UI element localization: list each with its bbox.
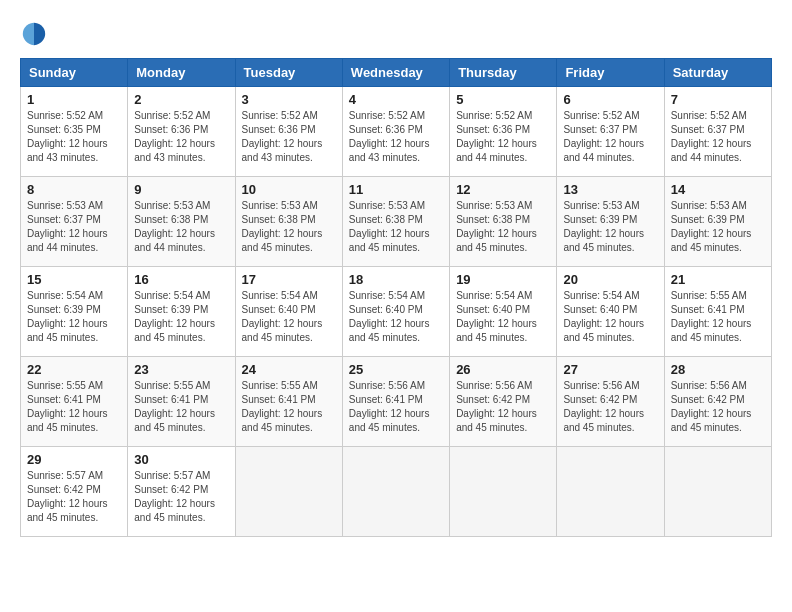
- day-info: Sunrise: 5:54 AM Sunset: 6:39 PM Dayligh…: [27, 290, 108, 343]
- day-info: Sunrise: 5:53 AM Sunset: 6:39 PM Dayligh…: [671, 200, 752, 253]
- header-row: Sunday Monday Tuesday Wednesday Thursday…: [21, 59, 772, 87]
- day-info: Sunrise: 5:52 AM Sunset: 6:36 PM Dayligh…: [242, 110, 323, 163]
- day-number: 5: [456, 92, 550, 107]
- day-number: 23: [134, 362, 228, 377]
- col-thursday: Thursday: [450, 59, 557, 87]
- day-number: 25: [349, 362, 443, 377]
- day-info: Sunrise: 5:56 AM Sunset: 6:41 PM Dayligh…: [349, 380, 430, 433]
- table-row: [557, 447, 664, 537]
- table-row: 26 Sunrise: 5:56 AM Sunset: 6:42 PM Dayl…: [450, 357, 557, 447]
- day-info: Sunrise: 5:55 AM Sunset: 6:41 PM Dayligh…: [27, 380, 108, 433]
- day-info: Sunrise: 5:53 AM Sunset: 6:38 PM Dayligh…: [242, 200, 323, 253]
- day-info: Sunrise: 5:56 AM Sunset: 6:42 PM Dayligh…: [563, 380, 644, 433]
- table-row: 1 Sunrise: 5:52 AM Sunset: 6:35 PM Dayli…: [21, 87, 128, 177]
- day-info: Sunrise: 5:52 AM Sunset: 6:36 PM Dayligh…: [456, 110, 537, 163]
- day-number: 29: [27, 452, 121, 467]
- col-friday: Friday: [557, 59, 664, 87]
- table-row: 28 Sunrise: 5:56 AM Sunset: 6:42 PM Dayl…: [664, 357, 771, 447]
- day-info: Sunrise: 5:54 AM Sunset: 6:40 PM Dayligh…: [456, 290, 537, 343]
- day-info: Sunrise: 5:53 AM Sunset: 6:39 PM Dayligh…: [563, 200, 644, 253]
- day-number: 16: [134, 272, 228, 287]
- day-info: Sunrise: 5:55 AM Sunset: 6:41 PM Dayligh…: [242, 380, 323, 433]
- day-info: Sunrise: 5:54 AM Sunset: 6:40 PM Dayligh…: [242, 290, 323, 343]
- day-number: 20: [563, 272, 657, 287]
- table-row: 23 Sunrise: 5:55 AM Sunset: 6:41 PM Dayl…: [128, 357, 235, 447]
- col-sunday: Sunday: [21, 59, 128, 87]
- day-info: Sunrise: 5:54 AM Sunset: 6:40 PM Dayligh…: [349, 290, 430, 343]
- day-number: 8: [27, 182, 121, 197]
- table-row: [664, 447, 771, 537]
- table-row: [342, 447, 449, 537]
- day-number: 13: [563, 182, 657, 197]
- day-number: 30: [134, 452, 228, 467]
- calendar-row: 15 Sunrise: 5:54 AM Sunset: 6:39 PM Dayl…: [21, 267, 772, 357]
- page-header: [20, 20, 772, 48]
- calendar-row: 29 Sunrise: 5:57 AM Sunset: 6:42 PM Dayl…: [21, 447, 772, 537]
- day-info: Sunrise: 5:52 AM Sunset: 6:36 PM Dayligh…: [349, 110, 430, 163]
- table-row: 18 Sunrise: 5:54 AM Sunset: 6:40 PM Dayl…: [342, 267, 449, 357]
- day-info: Sunrise: 5:52 AM Sunset: 6:37 PM Dayligh…: [671, 110, 752, 163]
- table-row: 25 Sunrise: 5:56 AM Sunset: 6:41 PM Dayl…: [342, 357, 449, 447]
- day-info: Sunrise: 5:54 AM Sunset: 6:40 PM Dayligh…: [563, 290, 644, 343]
- table-row: [450, 447, 557, 537]
- table-row: 30 Sunrise: 5:57 AM Sunset: 6:42 PM Dayl…: [128, 447, 235, 537]
- logo-icon: [20, 20, 48, 48]
- table-row: 22 Sunrise: 5:55 AM Sunset: 6:41 PM Dayl…: [21, 357, 128, 447]
- day-info: Sunrise: 5:52 AM Sunset: 6:37 PM Dayligh…: [563, 110, 644, 163]
- calendar-table: Sunday Monday Tuesday Wednesday Thursday…: [20, 58, 772, 537]
- day-number: 18: [349, 272, 443, 287]
- col-tuesday: Tuesday: [235, 59, 342, 87]
- logo: [20, 20, 52, 48]
- day-info: Sunrise: 5:53 AM Sunset: 6:38 PM Dayligh…: [134, 200, 215, 253]
- col-monday: Monday: [128, 59, 235, 87]
- table-row: 8 Sunrise: 5:53 AM Sunset: 6:37 PM Dayli…: [21, 177, 128, 267]
- day-info: Sunrise: 5:56 AM Sunset: 6:42 PM Dayligh…: [671, 380, 752, 433]
- day-number: 15: [27, 272, 121, 287]
- day-info: Sunrise: 5:53 AM Sunset: 6:38 PM Dayligh…: [456, 200, 537, 253]
- table-row: 27 Sunrise: 5:56 AM Sunset: 6:42 PM Dayl…: [557, 357, 664, 447]
- day-number: 6: [563, 92, 657, 107]
- day-number: 11: [349, 182, 443, 197]
- table-row: 14 Sunrise: 5:53 AM Sunset: 6:39 PM Dayl…: [664, 177, 771, 267]
- table-row: 10 Sunrise: 5:53 AM Sunset: 6:38 PM Dayl…: [235, 177, 342, 267]
- table-row: 5 Sunrise: 5:52 AM Sunset: 6:36 PM Dayli…: [450, 87, 557, 177]
- day-number: 4: [349, 92, 443, 107]
- day-number: 12: [456, 182, 550, 197]
- day-info: Sunrise: 5:52 AM Sunset: 6:35 PM Dayligh…: [27, 110, 108, 163]
- col-saturday: Saturday: [664, 59, 771, 87]
- table-row: 7 Sunrise: 5:52 AM Sunset: 6:37 PM Dayli…: [664, 87, 771, 177]
- day-number: 17: [242, 272, 336, 287]
- table-row: 21 Sunrise: 5:55 AM Sunset: 6:41 PM Dayl…: [664, 267, 771, 357]
- table-row: 12 Sunrise: 5:53 AM Sunset: 6:38 PM Dayl…: [450, 177, 557, 267]
- day-info: Sunrise: 5:56 AM Sunset: 6:42 PM Dayligh…: [456, 380, 537, 433]
- table-row: 13 Sunrise: 5:53 AM Sunset: 6:39 PM Dayl…: [557, 177, 664, 267]
- day-number: 10: [242, 182, 336, 197]
- table-row: 2 Sunrise: 5:52 AM Sunset: 6:36 PM Dayli…: [128, 87, 235, 177]
- day-number: 14: [671, 182, 765, 197]
- day-info: Sunrise: 5:53 AM Sunset: 6:37 PM Dayligh…: [27, 200, 108, 253]
- day-info: Sunrise: 5:53 AM Sunset: 6:38 PM Dayligh…: [349, 200, 430, 253]
- calendar-row: 8 Sunrise: 5:53 AM Sunset: 6:37 PM Dayli…: [21, 177, 772, 267]
- day-number: 2: [134, 92, 228, 107]
- day-number: 3: [242, 92, 336, 107]
- day-number: 7: [671, 92, 765, 107]
- day-info: Sunrise: 5:57 AM Sunset: 6:42 PM Dayligh…: [134, 470, 215, 523]
- table-row: 20 Sunrise: 5:54 AM Sunset: 6:40 PM Dayl…: [557, 267, 664, 357]
- col-wednesday: Wednesday: [342, 59, 449, 87]
- table-row: 29 Sunrise: 5:57 AM Sunset: 6:42 PM Dayl…: [21, 447, 128, 537]
- day-number: 28: [671, 362, 765, 377]
- day-number: 27: [563, 362, 657, 377]
- day-info: Sunrise: 5:55 AM Sunset: 6:41 PM Dayligh…: [134, 380, 215, 433]
- table-row: [235, 447, 342, 537]
- day-number: 26: [456, 362, 550, 377]
- table-row: 4 Sunrise: 5:52 AM Sunset: 6:36 PM Dayli…: [342, 87, 449, 177]
- day-info: Sunrise: 5:52 AM Sunset: 6:36 PM Dayligh…: [134, 110, 215, 163]
- table-row: 19 Sunrise: 5:54 AM Sunset: 6:40 PM Dayl…: [450, 267, 557, 357]
- table-row: 9 Sunrise: 5:53 AM Sunset: 6:38 PM Dayli…: [128, 177, 235, 267]
- day-number: 9: [134, 182, 228, 197]
- day-number: 22: [27, 362, 121, 377]
- table-row: 3 Sunrise: 5:52 AM Sunset: 6:36 PM Dayli…: [235, 87, 342, 177]
- day-number: 1: [27, 92, 121, 107]
- table-row: 6 Sunrise: 5:52 AM Sunset: 6:37 PM Dayli…: [557, 87, 664, 177]
- table-row: 17 Sunrise: 5:54 AM Sunset: 6:40 PM Dayl…: [235, 267, 342, 357]
